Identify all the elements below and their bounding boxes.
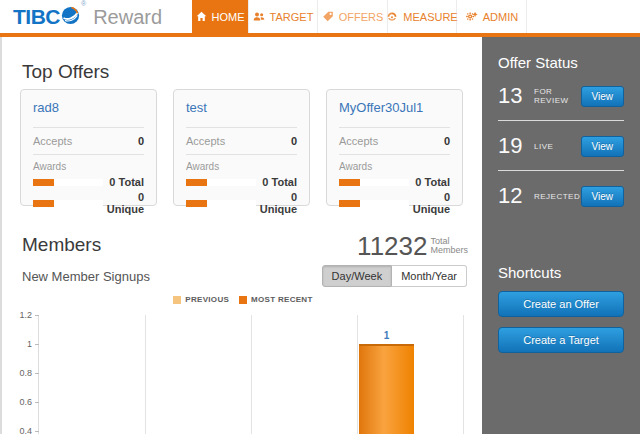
users-icon — [253, 11, 265, 22]
status-count: 12 — [498, 183, 534, 209]
offer-title-link[interactable]: rad8 — [33, 100, 144, 128]
logo-product-name: Reward — [93, 6, 162, 29]
award-total-value: 0 Total — [103, 176, 144, 188]
tab-target[interactable]: TARGET — [249, 0, 318, 33]
view-for-review-button[interactable]: View — [581, 86, 625, 107]
offer-card: rad8 Accepts 0 Awards 0 Total 0 Unique — [20, 89, 157, 206]
create-target-button[interactable]: Create a Target — [498, 327, 624, 353]
y-tick-label: 0.8 — [6, 368, 32, 378]
gridline — [463, 315, 464, 434]
y-tick-mark — [35, 402, 39, 403]
award-unique-value: 0 Unique — [256, 191, 297, 215]
offer-card: test Accepts 0 Awards 0 Total 0 Unique — [173, 89, 310, 206]
tag-icon — [322, 11, 334, 22]
accepts-label: Accepts — [339, 135, 378, 147]
create-offer-button[interactable]: Create an Offer — [498, 291, 624, 317]
tab-label: OFFERS — [339, 11, 384, 23]
gauge-icon — [386, 11, 398, 22]
offer-card: MyOffer30Jul1 Accepts 0 Awards 0 Total 0… — [326, 89, 463, 206]
offer-status-heading: Offer Status — [498, 54, 624, 71]
y-tick-label: 0.4 — [6, 426, 32, 434]
accepts-row: Accepts 0 — [186, 128, 297, 155]
award-total-value: 0 Total — [256, 176, 297, 188]
status-row-live: 19 LIVE View — [498, 121, 624, 171]
new-member-signups-label: New Member Signups — [22, 269, 150, 284]
gridline — [145, 315, 146, 434]
y-tick-label: 1 — [6, 339, 32, 349]
award-bar — [186, 179, 256, 186]
y-tick-mark — [35, 431, 39, 432]
registered-mark: ® — [81, 0, 86, 7]
total-members: 11232 Total Members — [357, 234, 468, 258]
legend-swatch-most-recent — [239, 296, 247, 304]
members-heading: Members — [22, 234, 101, 256]
new-member-signups-chart: 1.210.80.60.41 — [2, 308, 484, 434]
tab-admin[interactable]: ADMIN — [457, 0, 527, 33]
period-toggle: Day/Week Month/Year — [322, 265, 467, 287]
tab-label: MEASURE — [403, 11, 457, 23]
tab-label: HOME — [212, 11, 245, 23]
y-tick-mark — [35, 315, 39, 316]
bar-value-label: 1 — [359, 330, 414, 341]
award-unique-value: 0 Unique — [409, 191, 450, 215]
award-unique-value: 0 Unique — [103, 191, 144, 215]
shortcuts-heading: Shortcuts — [498, 264, 624, 281]
right-sidebar: Offer Status 13 FOR REVIEW View 19 LIVE … — [482, 37, 640, 434]
accepts-value: 0 — [291, 135, 297, 147]
award-total-row: 0 Total — [33, 176, 144, 188]
y-tick-label: 1.2 — [6, 310, 32, 320]
view-rejected-button[interactable]: View — [581, 186, 625, 207]
bar-most-recent — [359, 344, 414, 434]
award-bar — [186, 200, 256, 207]
legend-swatch-previous — [173, 296, 181, 304]
award-total-row: 0 Total — [339, 176, 450, 188]
main-content: Top Offers rad8 Accepts 0 Awards 0 Total… — [0, 37, 482, 434]
top-offers-heading: Top Offers — [22, 61, 109, 83]
y-tick-mark — [35, 373, 39, 374]
status-label: LIVE — [534, 142, 581, 151]
tab-measure[interactable]: MEASURE — [388, 0, 457, 33]
y-tick-label: 0.6 — [6, 397, 32, 407]
y-axis — [38, 315, 39, 434]
tab-home[interactable]: HOME — [192, 0, 249, 33]
tab-label: ADMIN — [483, 11, 518, 23]
home-icon — [196, 11, 207, 22]
tibco-reward-logo[interactable]: TIBC ® Reward — [13, 4, 162, 30]
status-count: 19 — [498, 133, 534, 159]
award-unique-row: 0 Unique — [186, 191, 297, 215]
awards-label: Awards — [186, 161, 297, 172]
offer-title-link[interactable]: MyOffer30Jul1 — [339, 100, 450, 128]
accepts-value: 0 — [444, 135, 450, 147]
award-unique-row: 0 Unique — [33, 191, 144, 215]
accepts-row: Accepts 0 — [33, 128, 144, 155]
main-nav: HOME TARGET OFFERS MEASURE — [192, 0, 527, 33]
status-count: 13 — [498, 83, 534, 109]
toggle-day-week[interactable]: Day/Week — [322, 265, 393, 287]
tibco-swirl-o-icon — [61, 6, 80, 29]
logo-text: TIBC — [13, 5, 60, 29]
y-tick-mark — [35, 344, 39, 345]
view-live-button[interactable]: View — [581, 136, 625, 157]
chart-legend: PREVIOUS MOST RECENT — [2, 295, 484, 304]
legend-item-previous: PREVIOUS — [173, 295, 229, 304]
award-bar — [339, 200, 409, 207]
award-bar — [33, 200, 103, 207]
awards-label: Awards — [33, 161, 144, 172]
offer-title-link[interactable]: test — [186, 100, 297, 128]
status-row-rejected: 12 REJECTED View — [498, 171, 624, 220]
award-bar — [33, 179, 103, 186]
tab-offers[interactable]: OFFERS — [318, 0, 388, 33]
award-total-value: 0 Total — [409, 176, 450, 188]
accepts-value: 0 — [138, 135, 144, 147]
top-navbar: TIBC ® Reward HOME TARGET — [0, 0, 640, 33]
top-offers-cards: rad8 Accepts 0 Awards 0 Total 0 Unique t… — [20, 89, 463, 206]
total-members-label: Total Members — [430, 237, 468, 255]
status-label: FOR REVIEW — [534, 87, 581, 105]
total-members-value: 11232 — [357, 234, 427, 258]
legend-item-most-recent: MOST RECENT — [239, 295, 313, 304]
toggle-month-year[interactable]: Month/Year — [392, 265, 467, 287]
tab-label: TARGET — [270, 11, 314, 23]
awards-label: Awards — [339, 161, 450, 172]
gridline — [251, 315, 252, 434]
award-unique-row: 0 Unique — [339, 191, 450, 215]
